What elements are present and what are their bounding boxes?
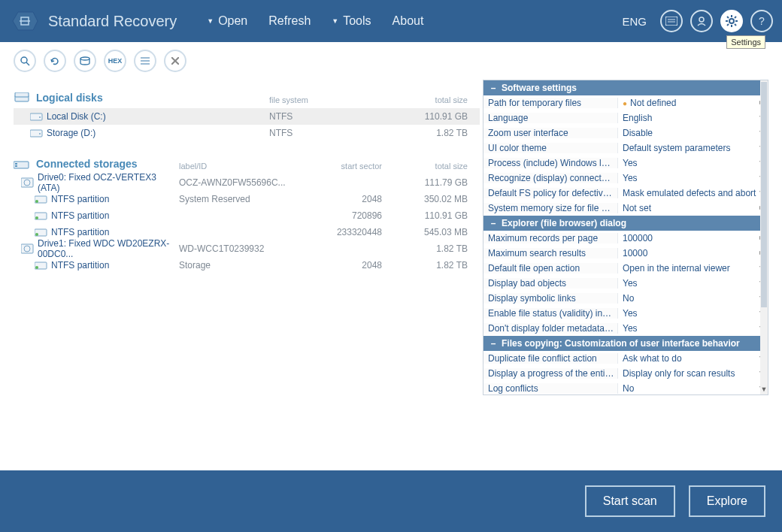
- partition-sector: 720896: [307, 210, 397, 221]
- connected-storages-title: Connected storages: [36, 158, 138, 170]
- menu-refresh[interactable]: Refresh: [268, 14, 311, 28]
- group-title: Software settings: [502, 83, 577, 93]
- setting-value[interactable]: Yes▾: [617, 278, 768, 289]
- scroll-thumb[interactable]: [761, 82, 767, 307]
- hex-tool-icon[interactable]: HEX: [104, 50, 126, 72]
- setting-key: Maximum search results: [483, 248, 617, 258]
- setting-value[interactable]: Mask emulated defects and abort▾: [617, 188, 768, 198]
- settings-panel: – Software settings Path for temporary f…: [483, 80, 768, 395]
- settings-group-header[interactable]: – Files copying: Customization of user i…: [483, 336, 768, 351]
- setting-row[interactable]: Enable file status (validity) indicati..…: [483, 306, 768, 321]
- setting-row[interactable]: Process (include) Windows logical ... Ye…: [483, 156, 768, 171]
- setting-value[interactable]: 10000▸: [617, 248, 768, 258]
- setting-value[interactable]: ●Not defined▸: [617, 98, 768, 108]
- setting-row[interactable]: UI color theme Default system parameters…: [483, 141, 768, 156]
- disk-fs: NTFS: [269, 128, 397, 138]
- search-tool-icon[interactable]: [14, 50, 36, 72]
- keyboard-icon[interactable]: [660, 10, 683, 32]
- setting-value[interactable]: Display only for scan results▾: [617, 368, 768, 379]
- setting-value[interactable]: Yes▾: [617, 323, 768, 334]
- setting-key: System memory size for file cache...: [483, 203, 617, 213]
- setting-value[interactable]: No▾: [617, 383, 768, 394]
- setting-value[interactable]: Yes▾: [617, 158, 768, 168]
- collapse-icon[interactable]: –: [488, 218, 499, 228]
- collapse-icon[interactable]: –: [488, 83, 499, 93]
- partition-icon: [35, 228, 51, 237]
- svg-point-27: [39, 116, 41, 118]
- setting-key: Default file open action: [483, 263, 617, 274]
- setting-row[interactable]: System memory size for file cache... Not…: [483, 201, 768, 216]
- collapse-icon[interactable]: –: [488, 338, 499, 349]
- dropdown-arrow-icon: ▼: [207, 17, 214, 25]
- dropdown-arrow-icon: ▼: [332, 17, 338, 25]
- menu-tools[interactable]: ▼Tools: [332, 14, 371, 28]
- disk-name: Storage (D:): [47, 128, 269, 138]
- partition-label: System Reserved: [179, 194, 307, 204]
- setting-key: Path for temporary files: [483, 98, 617, 108]
- setting-value[interactable]: Default system parameters▾: [617, 143, 768, 153]
- setting-value[interactable]: Disable▾: [617, 128, 768, 138]
- settings-icon[interactable]: [720, 10, 743, 32]
- col-size: total size: [397, 162, 480, 171]
- setting-value[interactable]: English▾: [617, 113, 768, 123]
- setting-row[interactable]: Language English▾: [483, 110, 768, 125]
- help-icon[interactable]: ?: [750, 10, 773, 32]
- setting-row[interactable]: Default file open action Open in the int…: [483, 261, 768, 276]
- partition-icon: [35, 195, 51, 204]
- setting-value[interactable]: Ask what to do▾: [617, 353, 768, 364]
- setting-value[interactable]: Not set▸: [617, 203, 768, 213]
- setting-value[interactable]: Yes▾: [617, 173, 768, 183]
- logical-disk-row[interactable]: Local Disk (C:) NTFS 110.91 GB: [14, 108, 480, 125]
- setting-row[interactable]: Default FS policy for defective blo... M…: [483, 186, 768, 201]
- drive-row[interactable]: Drive1: Fixed WDC WD20EZRX-00DC0... WD-W…: [14, 240, 480, 257]
- setting-row[interactable]: Zoom user interface Disable▾: [483, 125, 768, 141]
- setting-value[interactable]: Yes▾: [617, 308, 768, 319]
- setting-row[interactable]: Duplicate file conflict action Ask what …: [483, 351, 768, 366]
- settings-scrollbar[interactable]: ▼: [760, 80, 768, 394]
- setting-row[interactable]: Display bad objects Yes▾: [483, 276, 768, 291]
- setting-value[interactable]: 100000▸: [617, 233, 768, 243]
- partition-sector: 2048: [307, 260, 397, 271]
- menu-about[interactable]: About: [393, 14, 424, 28]
- setting-value[interactable]: Open in the internal viewer▾: [617, 263, 768, 274]
- setting-key: Enable file status (validity) indicati..…: [483, 308, 617, 319]
- setting-row[interactable]: Log conflicts No▾: [483, 381, 768, 395]
- logical-disks-title: Logical disks: [36, 92, 103, 104]
- partition-icon: [35, 211, 51, 220]
- scroll-down-icon[interactable]: ▼: [760, 385, 768, 393]
- logical-disk-row[interactable]: Storage (D:) NTFS 1.82 TB: [14, 125, 480, 141]
- setting-key: Display a progress of the entire c...: [483, 368, 617, 379]
- setting-row[interactable]: Recognize (display) connected me... Yes▾: [483, 171, 768, 186]
- menu-open[interactable]: ▼Open: [207, 14, 247, 28]
- partition-row[interactable]: NTFS partition System Reserved 2048 350.…: [14, 191, 480, 207]
- setting-row[interactable]: Maximum records per page 100000▸: [483, 231, 768, 246]
- settings-group-header[interactable]: – Software settings: [483, 80, 768, 95]
- list-tool-icon[interactable]: [134, 50, 156, 72]
- explore-button[interactable]: Explore: [689, 485, 765, 517]
- start-scan-button[interactable]: Start scan: [585, 485, 675, 517]
- app-logo-icon: [9, 8, 39, 35]
- setting-key: Recognize (display) connected me...: [483, 173, 617, 183]
- partition-row[interactable]: NTFS partition 720896 110.91 GB: [14, 207, 480, 224]
- drive-row[interactable]: Drive0: Fixed OCZ-VERTEX3 (ATA) OCZ-AWNZ…: [14, 174, 480, 191]
- setting-row[interactable]: Don't display folder metadata size Yes▾: [483, 321, 768, 336]
- setting-value[interactable]: No▾: [617, 293, 768, 304]
- close-tool-icon[interactable]: [164, 50, 186, 72]
- bullet-icon: ●: [623, 99, 627, 107]
- refresh-tool-icon[interactable]: [44, 50, 66, 72]
- svg-line-13: [735, 24, 736, 26]
- settings-group-header[interactable]: – Explorer (file browser) dialog: [483, 216, 768, 231]
- language-label[interactable]: ENG: [622, 15, 647, 28]
- setting-row[interactable]: Path for temporary files ●Not defined▸: [483, 95, 768, 110]
- setting-row[interactable]: Maximum search results 10000▸: [483, 246, 768, 261]
- disk-size: 1.82 TB: [397, 128, 480, 138]
- disk-tool-icon[interactable]: [74, 50, 96, 72]
- setting-row[interactable]: Display a progress of the entire c... Di…: [483, 366, 768, 381]
- setting-row[interactable]: Display symbolic links No▾: [483, 291, 768, 306]
- svg-rect-32: [15, 165, 17, 167]
- user-icon[interactable]: [690, 10, 713, 32]
- app-title: Standard Recovery: [48, 13, 177, 30]
- disk-icon: [30, 112, 47, 121]
- setting-key: Display symbolic links: [483, 293, 617, 304]
- partition-row[interactable]: NTFS partition Storage 2048 1.82 TB: [14, 257, 480, 274]
